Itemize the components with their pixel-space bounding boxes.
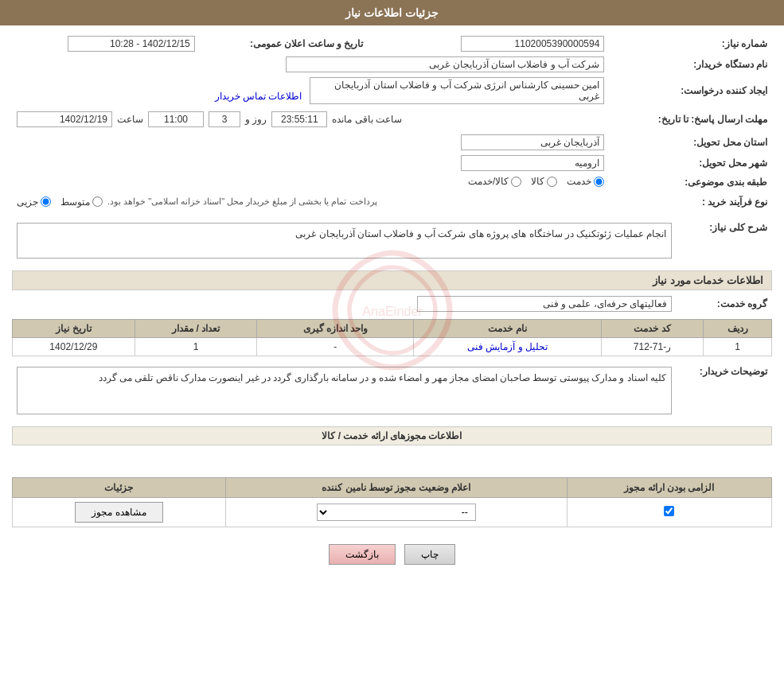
- description-label: شرح کلی نیاز:: [677, 217, 772, 264]
- grid-cell-date: 1402/12/29: [13, 337, 135, 356]
- purchase-type-medium-input[interactable]: [92, 196, 103, 207]
- permission-header-details: جزئیات: [13, 477, 226, 497]
- buyer-org-field: شرکت آب و فاضلاب استان آذربایجان غربی: [286, 56, 604, 72]
- purchase-type-radio-group: متوسط جزیی: [17, 196, 103, 208]
- purchase-type-label: نوع فرآیند خرید :: [609, 192, 772, 212]
- permission-required-cell: [567, 497, 771, 527]
- grid-cell-unit: -: [257, 337, 414, 356]
- button-row: چاپ بازگشت: [12, 532, 772, 577]
- grid-header-row: ردیف: [704, 319, 772, 337]
- permission-header-status: اعلام وضعیت مجوز توسط نامین کننده: [225, 477, 567, 497]
- page-title: جزئیات اطلاعات نیاز: [345, 6, 439, 19]
- purchase-type-partial-label: جزیی: [17, 196, 38, 208]
- city-label: شهر محل تحویل:: [609, 153, 772, 173]
- permission-required-checkbox[interactable]: [664, 506, 674, 516]
- grid-header-code: کد خدمت: [601, 319, 703, 337]
- creator-contact-link[interactable]: اطلاعات تماس خریدار: [215, 91, 302, 102]
- services-grid: ردیف کد خدمت نام خدمت واحد اندازه گیری ت…: [12, 319, 772, 356]
- date-label: مهلت ارسال پاسخ: تا تاریخ:: [609, 107, 772, 132]
- time-value: 11:00: [148, 111, 204, 127]
- permission-details-cell: مشاهده مجوز: [13, 497, 226, 527]
- category-radio-service[interactable]: خدمت: [567, 176, 604, 187]
- permission-row: -- مشاهده مجوز: [13, 497, 772, 527]
- description-table: شرح کلی نیاز: انجام عملیات ژئوتکنیک در س…: [12, 217, 772, 264]
- category-radio-both-label: کالا/خدمت: [468, 176, 509, 187]
- request-number-field: 1102005390000594: [461, 36, 604, 52]
- buyer-notes-field: کلیه اسناد و مدارک پیوستی توسط صاحبان ام…: [17, 367, 672, 414]
- service-group-table: گروه خدمت: فعالیتهای حرفه‌ای، علمی و فنی: [12, 294, 772, 314]
- purchase-type-partial-input[interactable]: [41, 196, 51, 207]
- date-value: 1402/12/19: [17, 111, 112, 127]
- notes-table: توضیحات خریدار: کلیه اسناد و مدارک پیوست…: [12, 361, 772, 420]
- purchase-type-partial[interactable]: جزیی: [17, 196, 51, 208]
- announce-field: 1402/12/15 - 10:28: [68, 36, 195, 52]
- grid-cell-name[interactable]: تحلیل و آزمایش فنی: [414, 337, 601, 356]
- grid-cell-code: ر-71-712: [601, 337, 703, 356]
- grid-cell-qty: 1: [135, 337, 257, 356]
- page-wrapper: جزئیات اطلاعات نیاز شماره نیاز: 11020053…: [0, 0, 784, 696]
- permission-status-cell: --: [225, 497, 567, 527]
- grid-header-date: تاریخ نیاز: [13, 319, 135, 337]
- page-header: جزئیات اطلاعات نیاز: [0, 0, 784, 25]
- city-value: ارومیه: [461, 155, 604, 171]
- buyer-notes-label: توضیحات خریدار:: [677, 361, 772, 420]
- description-field: انجام عملیات ژئوتکنیک در ساختگاه های پرو…: [17, 223, 672, 259]
- request-number-label: شماره نیاز:: [609, 33, 772, 54]
- category-radio-goods[interactable]: کالا: [531, 176, 557, 187]
- permission-header-required: الزامی بودن ارائه مجوز: [567, 477, 771, 497]
- creator-field: امین حسینی کارشناس انرژی شرکت آب و فاضلا…: [310, 77, 604, 104]
- province-value: آذربایجان غربی: [461, 134, 604, 150]
- grid-cell-row: 1: [704, 337, 772, 356]
- purchase-type-medium-label: متوسط: [60, 196, 90, 208]
- purchase-type-medium[interactable]: متوسط: [60, 196, 103, 208]
- grid-header-qty: تعداد / مقدار: [135, 319, 257, 337]
- service-group-label: گروه خدمت:: [677, 294, 772, 314]
- category-radio-service-label: خدمت: [567, 176, 591, 187]
- announce-label: تاریخ و ساعت اعلان عمومی:: [200, 33, 369, 54]
- category-radio-service-input[interactable]: [594, 177, 604, 187]
- category-radio-both[interactable]: کالا/خدمت: [468, 176, 521, 187]
- creator-label: ایجاد کننده درخواست:: [609, 75, 772, 107]
- permission-table: الزامی بودن ارائه مجوز اعلام وضعیت مجوز …: [12, 477, 772, 527]
- category-radio-group: خدمت کالا کالا/خدمت: [468, 176, 604, 187]
- category-radio-goods-input[interactable]: [547, 177, 557, 187]
- buyer-org-label: نام دستگاه خریدار:: [609, 54, 772, 75]
- main-content: شماره نیاز: 1102005390000594 تاریخ و ساع…: [0, 25, 784, 585]
- grid-header-unit: واحد اندازه گیری: [257, 319, 414, 337]
- service-group-value: فعالیتهای حرفه‌ای، علمی و فنی: [417, 296, 672, 312]
- purchase-type-note: پرداخت تمام یا بخشی از مبلغ خریدار محل "…: [107, 196, 377, 207]
- request-number-value: 1102005390000594: [400, 33, 609, 54]
- table-row: 1 ر-71-712 تحلیل و آزمایش فنی - 1 1402/1…: [13, 337, 772, 356]
- countdown-value: 23:55:11: [271, 111, 327, 127]
- days-label: روز و: [245, 114, 267, 125]
- permission-status-dropdown[interactable]: --: [317, 504, 476, 521]
- announce-value: 1402/12/15 - 10:28: [12, 33, 200, 54]
- top-info-table: شماره نیاز: 1102005390000594 تاریخ و ساع…: [12, 33, 772, 212]
- services-section-title: اطلاعات خدمات مورد نیاز: [12, 270, 772, 290]
- grid-header-name: نام خدمت: [414, 319, 601, 337]
- back-button[interactable]: بازگشت: [329, 544, 396, 565]
- category-radio-both-input[interactable]: [511, 177, 521, 187]
- view-permission-button[interactable]: مشاهده مجوز: [75, 502, 162, 523]
- category-radio-goods-label: کالا: [531, 176, 544, 187]
- days-value: 3: [209, 111, 240, 127]
- print-button[interactable]: چاپ: [404, 544, 455, 565]
- category-label: طبقه بندی موضوعی:: [609, 173, 772, 192]
- province-label: استان محل تحویل:: [609, 132, 772, 153]
- permission-section-title: اطلاعات مجوزهای ارائه خدمت / کالا: [12, 426, 772, 445]
- remaining-label: ساعت باقی مانده: [332, 114, 402, 125]
- time-label: ساعت: [117, 114, 143, 125]
